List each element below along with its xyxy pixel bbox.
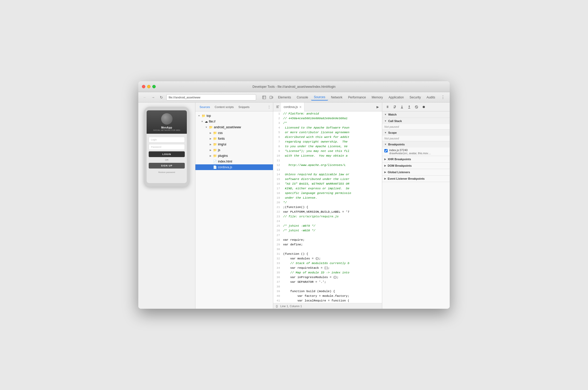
tree-item-plugins[interactable]: ▶ 📁 plugins xyxy=(195,153,273,159)
line-content: // Stack of moduleIds currently b xyxy=(282,261,382,266)
line-content: var localRequire = function ( xyxy=(282,298,382,303)
address-bar[interactable] xyxy=(166,94,256,100)
phone-avatar xyxy=(161,113,173,125)
tab-memory[interactable]: Memory xyxy=(369,95,385,100)
editor-format-button[interactable] xyxy=(274,104,281,110)
line-number: 28 xyxy=(273,238,282,242)
tab-application[interactable]: Application xyxy=(386,95,407,100)
tab-sources[interactable]: Sources xyxy=(311,94,328,100)
tab-security[interactable]: Security xyxy=(407,95,423,100)
tree-item-file[interactable]: ▼ ☁ file:// xyxy=(195,119,273,124)
tree-item-android-asset[interactable]: ▼ 📁 android_asset/www xyxy=(195,124,273,130)
code-line: 39 function build (module) { xyxy=(273,289,382,294)
tab-audits[interactable]: Audits xyxy=(424,95,438,100)
devtools-menu-button[interactable]: ⋮ xyxy=(439,95,447,100)
inspect-element-button[interactable] xyxy=(261,94,268,101)
event-listener-breakpoints-section[interactable]: ▶ Event Listener Breakpoints xyxy=(382,176,450,182)
tree-item-cordova-js[interactable]: 📄 cordova.js xyxy=(195,164,273,170)
back-button[interactable]: ← xyxy=(141,94,148,101)
code-line: 30 xyxy=(273,247,382,252)
tree-item-img-ui[interactable]: ▶ 📁 img/ui xyxy=(195,142,273,147)
tree-item-index-html[interactable]: 📄 index.html xyxy=(195,159,273,164)
code-line: 25/* jshint -W079 */ xyxy=(273,224,382,228)
tab-network[interactable]: Network xyxy=(329,95,345,100)
xhr-breakpoints-section[interactable]: ▶ XHR Breakpoints xyxy=(382,156,450,163)
editor-run-button[interactable]: ▶ xyxy=(374,104,381,110)
line-content: "License"); you may not use this fil xyxy=(282,149,382,153)
code-editor[interactable]: 1// Platform: android2// 4450a4cea50616e… xyxy=(273,111,382,303)
line-number: 6 xyxy=(273,135,282,139)
code-line: 7 regarding copyright ownership. The xyxy=(273,139,382,144)
dom-breakpoints-section[interactable]: ▶ DOM Breakpoints xyxy=(382,163,450,169)
breakpoint-checkbox-0[interactable] xyxy=(384,149,388,152)
phone-login-btn-label: LOGIN xyxy=(162,153,171,156)
sources-tab-snippets[interactable]: Snippets xyxy=(236,104,252,110)
code-line: 40 var factory = module.factory; xyxy=(273,294,382,298)
tree-label-fonts: fonts xyxy=(218,137,225,140)
tree-item-top[interactable]: ▼ 📁 top xyxy=(195,113,273,119)
line-number: 16 xyxy=(273,181,282,186)
reload-button[interactable]: ↻ xyxy=(158,94,165,101)
pause-on-exception-button[interactable]: ⏺ xyxy=(421,104,427,110)
line-content xyxy=(282,233,382,238)
tree-item-fonts[interactable]: ▶ 📁 fonts xyxy=(195,136,273,142)
pause-resume-button[interactable]: ⏸ xyxy=(384,104,391,110)
watch-section-header[interactable]: ▼ Watch xyxy=(382,111,450,118)
call-stack-section-header[interactable]: ▼ Call Stack xyxy=(382,118,450,124)
code-line: 17 KIND, either express or implied. Se xyxy=(273,186,382,191)
tab-performance[interactable]: Performance xyxy=(346,95,369,100)
folder-icon-img: 📁 xyxy=(213,143,217,146)
line-number: 2 xyxy=(273,116,282,121)
minimize-button[interactable] xyxy=(147,85,151,88)
close-button[interactable] xyxy=(142,85,145,88)
tab-console[interactable]: Console xyxy=(294,95,311,100)
forward-button[interactable]: → xyxy=(150,94,156,101)
breakpoint-file-0: index.js:37240 xyxy=(389,149,431,152)
dom-arrow: ▶ xyxy=(384,164,386,167)
step-out-button[interactable] xyxy=(406,104,412,110)
line-content: // Map of module ID -> index into xyxy=(282,270,382,275)
code-line: 10 with the License. You may obtain a xyxy=(273,153,382,158)
global-listeners-section[interactable]: ▶ Global Listeners xyxy=(382,169,450,176)
breakpoints-section-header[interactable]: ▼ Breakpoints xyxy=(382,141,450,147)
close-tab-button[interactable]: × xyxy=(299,105,302,109)
phone-password-label: Password xyxy=(151,146,161,148)
line-number: 5 xyxy=(273,130,282,135)
code-line: 19 under the License. xyxy=(273,196,382,200)
file-tree: ▼ 📁 top ▼ ☁ file:// ▼ 📁 android_asset/ww… xyxy=(195,111,273,309)
phone-or-text: OR xyxy=(165,159,169,161)
scope-status: Not paused xyxy=(384,137,399,140)
status-position: Line 1, Column 1 xyxy=(280,305,302,308)
code-line: 4 Licensed to the Apache Software Foun xyxy=(273,125,382,130)
svg-rect-4 xyxy=(272,97,273,98)
deactivate-breakpoints-button[interactable] xyxy=(413,104,420,110)
file-tab-cordova[interactable]: cordova.js × xyxy=(281,103,304,111)
line-content: ;(function() { xyxy=(282,205,382,210)
code-line: 26/* jshint -W020 */ xyxy=(273,228,382,233)
scope-section-header[interactable]: ▼ Scope xyxy=(382,130,450,136)
device-toggle-button[interactable] xyxy=(268,94,275,101)
sources-panel-tabs: Sources Content scripts Snippets ⋮ xyxy=(195,103,273,111)
step-into-button[interactable] xyxy=(399,104,405,110)
tree-label-css: css xyxy=(218,131,223,135)
step-over-button[interactable] xyxy=(392,104,398,110)
tab-elements[interactable]: Elements xyxy=(275,95,293,100)
line-content: // Platform: android xyxy=(282,111,382,116)
line-content xyxy=(282,284,382,289)
sources-tab-sources[interactable]: Sources xyxy=(197,104,212,110)
code-line: 23// file: src/scripts/require.js xyxy=(273,214,382,219)
maximize-button[interactable] xyxy=(152,85,156,88)
tree-item-js[interactable]: ▶ 📁 js xyxy=(195,147,273,153)
line-content: distributed with this work for addit xyxy=(282,135,382,139)
svg-line-18 xyxy=(415,106,418,108)
code-line: 35 // Map of module ID -> index into xyxy=(273,270,382,275)
watch-arrow: ▼ xyxy=(384,113,387,116)
tree-item-css[interactable]: ▶ 📁 css xyxy=(195,130,273,136)
cloud-icon-file: ☁ xyxy=(205,120,208,123)
line-number: 1 xyxy=(273,111,282,116)
line-content: http://www.apache.org/licenses/L xyxy=(282,163,382,167)
code-line: 12 http://www.apache.org/licenses/L xyxy=(273,163,382,167)
sources-tab-content-scripts[interactable]: Content scripts xyxy=(213,104,236,110)
breakpoints-arrow: ▼ xyxy=(384,143,387,146)
sources-more-button[interactable]: ⋮ xyxy=(267,105,271,109)
